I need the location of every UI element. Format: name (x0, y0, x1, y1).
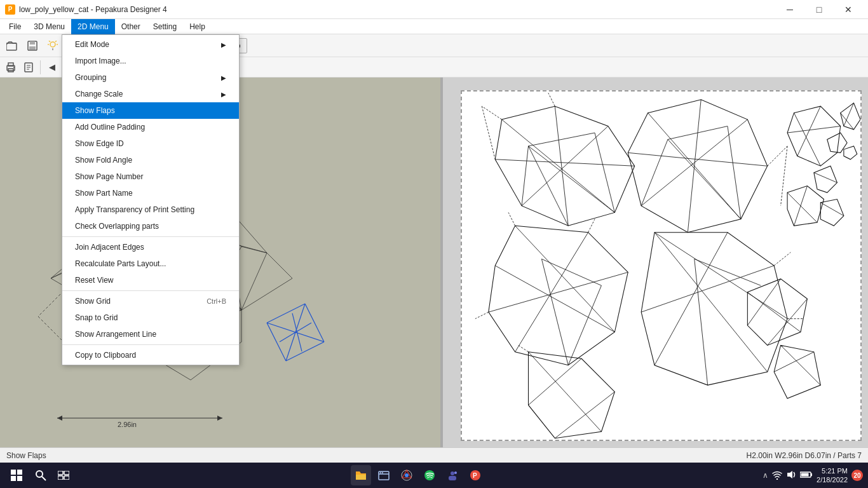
save-button[interactable] (23, 37, 42, 55)
svg-marker-127 (814, 166, 837, 193)
menu-change-scale[interactable]: Change Scale ▶ (62, 86, 239, 102)
svg-point-4 (50, 42, 55, 47)
panel-2d[interactable] (442, 78, 868, 447)
svg-point-191 (776, 478, 778, 480)
svg-marker-140 (641, 233, 787, 385)
svg-line-135 (541, 259, 568, 365)
menu-show-fold-angle[interactable]: Show Fold Angle (62, 152, 239, 168)
menu-show-edge-id[interactable]: Show Edge ID (62, 135, 239, 152)
svg-rect-170 (11, 476, 16, 481)
svg-line-121 (794, 113, 821, 166)
menu-check-overlapping[interactable]: Check Overlapping parts (62, 218, 239, 234)
menu-add-outline-padding[interactable]: Add Outline Padding (62, 119, 239, 135)
paper-model-view (462, 92, 860, 440)
svg-line-119 (781, 146, 787, 206)
clock-area[interactable]: 5:21 PM 2/18/2022 (817, 466, 848, 485)
taskbar-left (5, 464, 74, 487)
svg-line-130 (515, 226, 615, 332)
svg-line-162 (787, 193, 817, 222)
svg-point-188 (454, 471, 457, 474)
svg-line-150 (529, 352, 602, 431)
menu-edit-mode[interactable]: Edit Mode ▶ (62, 36, 239, 53)
menu-show-flaps[interactable]: Show Flaps (62, 102, 239, 119)
menu-apply-transparency[interactable]: Apply Transparency of Print Setting (62, 201, 239, 218)
menu-show-page-number[interactable]: Show Page Number (62, 168, 239, 185)
separator-2 (62, 290, 239, 291)
svg-line-165 (820, 203, 844, 216)
menu-file[interactable]: File (3, 19, 27, 34)
svg-rect-178 (356, 475, 366, 480)
svg-line-118 (768, 146, 787, 166)
menu-show-grid[interactable]: Show Grid Ctrl+B (62, 293, 239, 309)
svg-line-115 (641, 139, 668, 206)
svg-line-152 (555, 392, 614, 438)
taskbar-chrome-app[interactable] (397, 465, 417, 485)
start-button[interactable] (5, 464, 28, 487)
taskbar-spotify-app[interactable] (419, 465, 440, 485)
close-button[interactable]: ✕ (834, 0, 863, 19)
menu-other[interactable]: Other (115, 19, 147, 34)
svg-rect-174 (58, 471, 63, 475)
menu-copy-to-clipboard[interactable]: Copy to Clipboard (62, 347, 239, 363)
taskbar-misc-app[interactable]: P (465, 465, 485, 485)
task-view-button[interactable] (53, 465, 74, 485)
svg-line-102 (522, 146, 528, 206)
svg-marker-109 (628, 100, 767, 233)
svg-text:P: P (473, 472, 477, 479)
maximize-button[interactable]: □ (804, 0, 834, 19)
svg-line-151 (529, 358, 582, 405)
search-button[interactable] (31, 465, 51, 485)
svg-line-147 (774, 252, 790, 266)
clock-time: 5:21 PM (817, 466, 848, 475)
taskbar-teams-app[interactable] (442, 465, 463, 485)
menu-import-image[interactable]: Import Image... (62, 53, 239, 69)
print-icon[interactable] (3, 59, 19, 76)
svg-line-173 (42, 477, 46, 480)
minimize-button[interactable]: ─ (775, 0, 804, 19)
open-button[interactable] (3, 37, 22, 55)
menu-3d[interactable]: 3D Menu (27, 19, 71, 34)
taskbar-center: P (74, 465, 763, 485)
dimension-label: 2.96in (118, 421, 137, 428)
svg-line-111 (688, 100, 701, 233)
taskbar-files-app[interactable] (351, 465, 371, 485)
menu-join-adjacent[interactable]: Join Adjacent Edges (62, 239, 239, 255)
svg-rect-175 (64, 471, 69, 475)
tray-chevron[interactable]: ∧ (763, 471, 768, 480)
panel-divider[interactable] (440, 78, 443, 447)
title-bar: P low_poly_yellow_cat - Pepakura Designe… (0, 0, 868, 19)
title-controls: ─ □ ✕ (775, 0, 863, 19)
taskbar-explorer-app[interactable] (374, 465, 394, 485)
svg-line-160 (774, 352, 814, 372)
menu-2d[interactable]: 2D Menu (71, 19, 115, 34)
page-icon[interactable] (20, 59, 37, 76)
light-button[interactable] (43, 37, 62, 55)
menu-snap-to-grid[interactable]: Snap to Grid (62, 309, 239, 326)
svg-line-113 (628, 152, 767, 166)
separator-3 (62, 344, 239, 345)
svg-line-141 (654, 233, 768, 372)
separator-1 (62, 236, 239, 237)
menu-recalculate-layout[interactable]: Recalculate Parts Layout... (62, 255, 239, 272)
menu-grouping[interactable]: Grouping ▶ (62, 69, 239, 86)
svg-line-117 (668, 139, 741, 219)
svg-rect-2 (30, 41, 35, 44)
svg-line-116 (728, 126, 741, 219)
svg-line-101 (529, 133, 595, 146)
taskbar: P ∧ 5:21 PM 2/18/2022 20 (0, 463, 868, 488)
svg-line-100 (495, 159, 634, 166)
menu-reset-view[interactable]: Reset View (62, 272, 239, 288)
svg-line-8 (49, 41, 50, 42)
svg-line-159 (781, 345, 821, 385)
svg-line-132 (489, 272, 628, 312)
menu-show-part-name[interactable]: Show Part Name (62, 185, 239, 201)
svg-line-143 (641, 266, 774, 312)
arrow-left-icon[interactable]: ◀ (44, 59, 60, 76)
svg-line-157 (768, 299, 808, 345)
menu-setting[interactable]: Setting (147, 19, 183, 34)
svg-line-155 (747, 292, 801, 332)
notification-badge[interactable]: 20 (851, 470, 863, 481)
menu-show-arrangement-line[interactable]: Show Arrangement Line (62, 326, 239, 342)
menu-help[interactable]: Help (183, 19, 212, 34)
svg-line-97 (502, 119, 615, 212)
